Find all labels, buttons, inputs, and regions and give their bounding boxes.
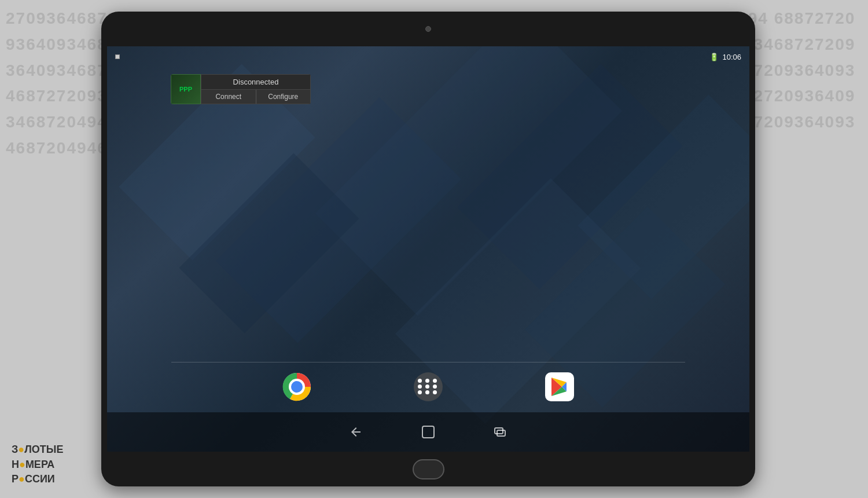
front-camera xyxy=(425,26,431,32)
tablet-screen: 🔋 10:06 PPP Disconnected Connect Configu… xyxy=(107,46,749,452)
chrome-svg xyxy=(282,372,311,401)
ppp-icon-label: PPP xyxy=(179,86,192,93)
apps-dot-2 xyxy=(425,379,429,383)
logo-bullet-2: ● xyxy=(19,459,25,470)
apps-dot-4 xyxy=(418,385,422,389)
apps-icon-container xyxy=(414,372,443,401)
apps-dot-7 xyxy=(418,390,422,394)
playstore-icon-container xyxy=(545,372,574,401)
svg-point-2 xyxy=(291,381,303,393)
status-right: 🔋 10:06 xyxy=(709,53,741,61)
apps-dot-5 xyxy=(425,385,429,389)
logo-bullet-3: ● xyxy=(19,473,25,485)
recents-icon xyxy=(494,425,507,439)
apps-dock-icon[interactable] xyxy=(412,371,444,403)
logo-line2: Н●МЕРА xyxy=(12,457,63,472)
brand-logo: З●ЛОТЫЕ Н●МЕРА Р●ССИИ xyxy=(12,442,63,486)
home-button[interactable] xyxy=(421,424,436,440)
battery-icon: 🔋 xyxy=(709,53,719,61)
recents-button[interactable] xyxy=(494,425,507,439)
playstore-dock-icon[interactable] xyxy=(543,371,576,403)
logo-bullet-1: ● xyxy=(18,444,24,455)
tablet-bottom-bezel xyxy=(101,452,755,486)
ppp-buttons-row: Connect Configure xyxy=(201,90,310,104)
ppp-status-text: Disconnected xyxy=(201,75,310,90)
tablet-top-bezel xyxy=(101,12,755,46)
apps-dot-1 xyxy=(418,379,422,383)
logo-line1: З●ЛОТЫЕ xyxy=(12,442,63,457)
ppp-widget: PPP Disconnected Connect Configure xyxy=(171,74,311,104)
tablet-device: 🔋 10:06 PPP Disconnected Connect Configu… xyxy=(101,12,755,486)
dock-separator xyxy=(171,362,685,362)
back-icon xyxy=(349,425,363,439)
apps-dot-9 xyxy=(433,390,437,394)
clock: 10:06 xyxy=(722,53,741,61)
ppp-widget-content: Disconnected Connect Configure xyxy=(201,74,311,104)
home-icon xyxy=(421,424,436,440)
apps-dots-grid xyxy=(418,379,439,394)
ppp-configure-button[interactable]: Configure xyxy=(256,90,311,104)
svg-rect-7 xyxy=(422,426,434,438)
playstore-svg xyxy=(549,376,570,397)
ppp-connect-button[interactable]: Connect xyxy=(201,90,256,104)
status-bar: 🔋 10:06 xyxy=(107,46,749,67)
apps-dot-8 xyxy=(425,390,429,394)
ppp-app-icon[interactable]: PPP xyxy=(171,74,201,104)
nav-bar xyxy=(107,412,749,452)
apps-dot-3 xyxy=(433,379,437,383)
physical-home-button[interactable] xyxy=(413,459,444,479)
dock-area xyxy=(107,362,749,411)
back-button[interactable] xyxy=(349,425,363,439)
status-left xyxy=(115,54,120,59)
apps-dot-6 xyxy=(433,385,437,389)
chrome-dock-icon[interactable] xyxy=(281,371,313,403)
logo-line3: Р●ССИИ xyxy=(12,472,63,486)
notification-icon xyxy=(115,54,120,59)
